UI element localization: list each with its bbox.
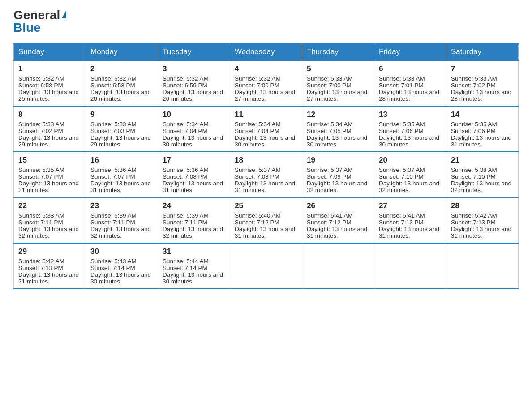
sunrise-text: Sunrise: 5:37 AM [235,167,281,173]
daylight-text: Daylight: 13 hours and 32 minutes. [307,180,367,193]
week-row-3: 15Sunrise: 5:35 AMSunset: 7:07 PMDayligh… [14,152,519,197]
calendar-cell: 19Sunrise: 5:37 AMSunset: 7:09 PMDayligh… [302,152,374,197]
sunset-text: Sunset: 7:12 PM [307,219,352,226]
day-number: 7 [451,64,514,73]
sunrise-text: Sunrise: 5:33 AM [451,75,497,82]
daylight-text: Daylight: 13 hours and 30 minutes. [90,271,151,285]
daylight-text: Daylight: 13 hours and 31 minutes. [307,226,367,239]
daylight-text: Daylight: 13 hours and 31 minutes. [18,180,79,193]
calendar-cell: 20Sunrise: 5:37 AMSunset: 7:10 PMDayligh… [374,152,446,197]
day-number: 23 [90,201,153,210]
sunset-text: Sunset: 7:07 PM [90,173,135,180]
sunset-text: Sunset: 7:12 PM [235,219,279,226]
sunrise-text: Sunrise: 5:34 AM [235,121,281,128]
calendar-cell: 15Sunrise: 5:35 AMSunset: 7:07 PMDayligh… [14,152,86,197]
calendar-cell: 5Sunrise: 5:33 AMSunset: 7:00 PMDaylight… [302,60,374,106]
sunset-text: Sunset: 7:13 PM [451,219,496,226]
calendar-cell: 8Sunrise: 5:33 AMSunset: 7:02 PMDaylight… [14,106,86,152]
calendar-cell [302,243,374,289]
day-number: 13 [379,110,442,119]
sunrise-text: Sunrise: 5:36 AM [163,167,209,173]
sunset-text: Sunset: 7:06 PM [451,128,496,134]
daylight-text: Daylight: 13 hours and 29 minutes. [18,134,79,148]
daylight-text: Daylight: 13 hours and 30 minutes. [163,271,223,285]
calendar-cell: 4Sunrise: 5:32 AMSunset: 7:00 PMDaylight… [230,60,302,106]
day-number: 14 [451,110,514,119]
daylight-text: Daylight: 13 hours and 25 minutes. [18,89,79,102]
calendar-cell: 16Sunrise: 5:36 AMSunset: 7:07 PMDayligh… [86,152,158,197]
sunrise-text: Sunrise: 5:33 AM [90,121,137,128]
sunset-text: Sunset: 7:14 PM [90,265,135,271]
calendar-cell: 10Sunrise: 5:34 AMSunset: 7:04 PMDayligh… [158,106,230,152]
sunset-text: Sunset: 6:58 PM [90,82,135,89]
daylight-text: Daylight: 13 hours and 31 minutes. [451,226,511,239]
sunrise-text: Sunrise: 5:42 AM [451,212,497,219]
sunset-text: Sunset: 7:04 PM [163,128,207,134]
calendar-cell: 26Sunrise: 5:41 AMSunset: 7:12 PMDayligh… [302,197,374,243]
sunset-text: Sunset: 7:11 PM [18,219,63,226]
calendar-cell [374,243,446,289]
day-number: 28 [451,201,514,210]
logo: General Blue [13,9,66,34]
daylight-text: Daylight: 13 hours and 32 minutes. [451,180,511,193]
sunset-text: Sunset: 7:09 PM [307,173,352,180]
day-number: 20 [379,156,442,165]
weekday-header-tuesday: Tuesday [158,43,230,60]
day-number: 29 [18,247,81,256]
day-number: 30 [90,247,153,256]
sunrise-text: Sunrise: 5:42 AM [18,258,64,265]
daylight-text: Daylight: 13 hours and 28 minutes. [379,89,439,102]
calendar-cell: 2Sunrise: 5:32 AMSunset: 6:58 PMDaylight… [86,60,158,106]
sunset-text: Sunset: 7:10 PM [379,173,424,180]
day-number: 26 [307,201,369,210]
calendar-cell: 13Sunrise: 5:35 AMSunset: 7:06 PMDayligh… [374,106,446,152]
calendar-cell: 30Sunrise: 5:43 AMSunset: 7:14 PMDayligh… [86,243,158,289]
week-row-5: 29Sunrise: 5:42 AMSunset: 7:13 PMDayligh… [14,243,519,289]
sunset-text: Sunset: 7:11 PM [163,219,207,226]
weekday-header-thursday: Thursday [302,43,374,60]
calendar-cell: 17Sunrise: 5:36 AMSunset: 7:08 PMDayligh… [158,152,230,197]
sunset-text: Sunset: 7:00 PM [307,82,352,89]
calendar-cell: 25Sunrise: 5:40 AMSunset: 7:12 PMDayligh… [230,197,302,243]
week-row-1: 1Sunrise: 5:32 AMSunset: 6:58 PMDaylight… [14,60,519,106]
sunrise-text: Sunrise: 5:37 AM [379,167,425,173]
week-row-4: 22Sunrise: 5:38 AMSunset: 7:11 PMDayligh… [14,197,519,243]
sunset-text: Sunset: 7:08 PM [235,173,279,180]
calendar-cell: 24Sunrise: 5:39 AMSunset: 7:11 PMDayligh… [158,197,230,243]
sunset-text: Sunset: 7:10 PM [451,173,496,180]
sunrise-text: Sunrise: 5:34 AM [307,121,353,128]
daylight-text: Daylight: 13 hours and 32 minutes. [18,226,79,239]
logo-blue-text: Blue [13,21,41,34]
calendar-cell: 9Sunrise: 5:33 AMSunset: 7:03 PMDaylight… [86,106,158,152]
day-number: 12 [307,110,369,119]
day-number: 5 [307,64,369,73]
daylight-text: Daylight: 13 hours and 30 minutes. [235,134,295,148]
sunrise-text: Sunrise: 5:40 AM [235,212,281,219]
sunset-text: Sunset: 6:58 PM [18,82,63,89]
day-number: 19 [307,156,369,165]
calendar-cell: 7Sunrise: 5:33 AMSunset: 7:02 PMDaylight… [446,60,519,106]
day-number: 4 [235,64,297,73]
daylight-text: Daylight: 13 hours and 30 minutes. [379,134,439,148]
calendar-cell: 27Sunrise: 5:41 AMSunset: 7:13 PMDayligh… [374,197,446,243]
daylight-text: Daylight: 13 hours and 31 minutes. [163,180,223,193]
logo-triangle-icon [62,10,66,18]
day-number: 11 [235,110,297,119]
calendar-cell: 1Sunrise: 5:32 AMSunset: 6:58 PMDaylight… [14,60,86,106]
sunrise-text: Sunrise: 5:32 AM [90,75,137,82]
calendar-cell: 14Sunrise: 5:35 AMSunset: 7:06 PMDayligh… [446,106,519,152]
day-number: 16 [90,156,153,165]
calendar-cell: 21Sunrise: 5:38 AMSunset: 7:10 PMDayligh… [446,152,519,197]
sunrise-text: Sunrise: 5:39 AM [163,212,209,219]
day-number: 22 [18,201,81,210]
daylight-text: Daylight: 13 hours and 31 minutes. [18,271,79,285]
sunrise-text: Sunrise: 5:33 AM [307,75,353,82]
sunset-text: Sunset: 7:13 PM [18,265,63,271]
sunset-text: Sunset: 7:13 PM [379,219,424,226]
day-number: 24 [163,201,225,210]
day-number: 17 [163,156,225,165]
sunrise-text: Sunrise: 5:33 AM [18,121,64,128]
calendar-cell: 28Sunrise: 5:42 AMSunset: 7:13 PMDayligh… [446,197,519,243]
sunset-text: Sunset: 7:14 PM [163,265,207,271]
daylight-text: Daylight: 13 hours and 32 minutes. [90,226,151,239]
